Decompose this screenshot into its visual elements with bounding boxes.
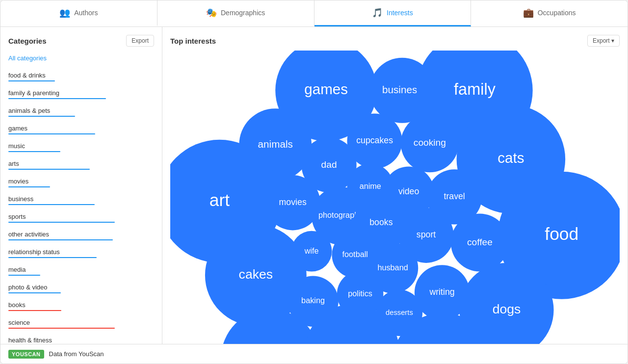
bubble-label: dad — [321, 159, 337, 170]
tab-bar: 👥 Authors 🎭 Demographics 🎵 Interests 💼 O… — [0, 0, 628, 27]
bubble-label: movies — [279, 197, 307, 207]
viz-area: Top interests Export ▾ gamesbusinessfami… — [162, 27, 628, 344]
all-categories-link[interactable]: All categories — [0, 52, 162, 68]
viz-export-button[interactable]: Export ▾ — [587, 35, 620, 47]
demographics-icon: 🎭 — [206, 7, 217, 18]
bubble-label: husband — [377, 263, 408, 272]
authors-icon: 👥 — [59, 7, 70, 18]
category-item[interactable]: movies — [0, 174, 162, 191]
category-item[interactable]: books — [0, 297, 162, 315]
category-item[interactable]: sports — [0, 209, 162, 227]
bubble-label: cakes — [239, 267, 273, 282]
bubble-label: video — [398, 186, 419, 196]
tab-authors[interactable]: 👥 Authors — [0, 0, 157, 26]
tab-demographics[interactable]: 🎭 Demographics — [157, 0, 314, 26]
main-content: Categories Export All categories food & … — [0, 27, 628, 344]
sidebar-header: Categories Export — [0, 35, 162, 52]
category-item[interactable]: family & parenting — [0, 85, 162, 103]
category-item[interactable]: relationship status — [0, 244, 162, 262]
bubble-cooking[interactable]: cooking — [401, 114, 459, 172]
category-item[interactable]: music — [0, 138, 162, 156]
bubble-label: desserts — [386, 309, 413, 316]
bubble-label: politics — [348, 289, 372, 298]
bubble-label: cupcakes — [356, 135, 393, 145]
bubble-label: wife — [304, 246, 319, 255]
category-item[interactable]: arts — [0, 156, 162, 174]
tab-demographics-label: Demographics — [221, 9, 265, 17]
sidebar-title: Categories — [8, 37, 47, 45]
category-item[interactable]: food & drinks — [0, 68, 162, 85]
bubble-label: anime — [360, 182, 381, 190]
bubble-label: dogs — [493, 302, 521, 316]
bubble-label: sport — [417, 230, 436, 239]
bubble-label: cooking — [414, 137, 446, 148]
category-item[interactable]: science — [0, 315, 162, 333]
footer: YOUSCAN Data from YouScan — [0, 344, 628, 364]
bubble-label: football — [342, 250, 368, 259]
category-item[interactable]: animals & pets — [0, 103, 162, 121]
tab-interests[interactable]: 🎵 Interests — [314, 0, 471, 26]
bubble-label: travel — [444, 191, 465, 201]
youscan-badge: YOUSCAN — [8, 350, 44, 359]
bubble-label: animals — [258, 138, 293, 150]
viz-header: Top interests Export ▾ — [170, 35, 620, 47]
bubble-label: art — [209, 190, 230, 210]
bubble-label: writing — [429, 287, 454, 297]
occupations-icon: 💼 — [523, 7, 534, 18]
category-item[interactable]: health & fitness — [0, 333, 162, 344]
bubble-label: music — [335, 343, 369, 344]
viz-title: Top interests — [170, 37, 216, 45]
footer-text: Data from YouScan — [49, 350, 104, 358]
tab-interests-label: Interests — [387, 9, 413, 17]
bubble-chart: gamesbusinessfamilyanimalscupcakescookin… — [170, 51, 620, 344]
tab-authors-label: Authors — [74, 9, 98, 17]
category-item[interactable]: photo & video — [0, 280, 162, 297]
bubble-label: games — [304, 81, 348, 97]
tab-occupations-label: Occupations — [538, 9, 576, 17]
sidebar-export-button[interactable]: Export — [126, 35, 154, 47]
bubble-container: gamesbusinessfamilyanimalscupcakescookin… — [170, 51, 620, 344]
category-item[interactable]: business — [0, 191, 162, 209]
bubble-label: books — [369, 217, 392, 227]
bubble-label: baking — [301, 296, 325, 305]
category-item[interactable]: other activities — [0, 227, 162, 244]
sidebar: Categories Export All categories food & … — [0, 27, 162, 344]
bubble-movies[interactable]: movies — [265, 175, 320, 230]
bubble-label: family — [454, 80, 496, 98]
bubble-label: business — [382, 84, 422, 95]
category-item[interactable]: games — [0, 121, 162, 138]
tab-occupations[interactable]: 💼 Occupations — [471, 0, 628, 26]
category-item[interactable]: media — [0, 262, 162, 280]
bubble-label: coffee — [467, 237, 493, 247]
bubble-label: cats — [497, 150, 524, 166]
bubble-label: food — [545, 224, 578, 244]
interests-icon: 🎵 — [372, 7, 383, 18]
category-list: food & drinksfamily & parentinganimals &… — [0, 68, 162, 344]
